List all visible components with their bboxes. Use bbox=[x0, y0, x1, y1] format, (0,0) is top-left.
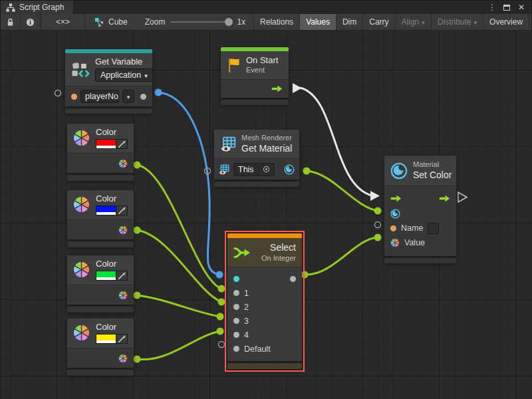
eyedropper-button[interactable] bbox=[116, 205, 128, 215]
object-picker-icon[interactable] bbox=[263, 166, 270, 173]
zoom-slider-handle[interactable] bbox=[225, 18, 233, 26]
close-icon[interactable]: ✕ bbox=[515, 1, 527, 13]
zoom-label: Zoom bbox=[145, 17, 166, 27]
flow-output-arrow-icon[interactable] bbox=[439, 195, 450, 202]
color-output-port[interactable] bbox=[118, 354, 128, 363]
maximize-icon[interactable] bbox=[501, 1, 513, 13]
wire-getmaterial-to-setcolor[interactable] bbox=[307, 171, 378, 211]
alpha-strip bbox=[96, 340, 116, 343]
color-output-port[interactable] bbox=[118, 225, 128, 235]
select-option-row[interactable]: 1 bbox=[227, 286, 302, 300]
node-color-yellow[interactable]: Color bbox=[67, 319, 134, 376]
option-port[interactable] bbox=[233, 318, 239, 324]
select-option-row[interactable]: 3 bbox=[227, 314, 302, 328]
node-select[interactable]: Select On Integer 1 2 bbox=[227, 233, 302, 369]
node-on-start[interactable]: On Start Event bbox=[221, 47, 289, 105]
select-option-row[interactable]: 4 bbox=[227, 328, 302, 342]
option-port[interactable] bbox=[233, 304, 239, 310]
node-footer bbox=[384, 258, 456, 263]
edit-source-button[interactable]: <×> bbox=[41, 14, 85, 30]
toolbar-button-align[interactable]: Align ▾ bbox=[396, 14, 432, 30]
node-footer bbox=[67, 307, 134, 313]
graph-reference[interactable]: Cube bbox=[85, 14, 137, 30]
chevron-down-icon: ▾ bbox=[127, 94, 130, 100]
node-title: Color bbox=[96, 127, 128, 138]
node-footer bbox=[214, 182, 299, 187]
color-output-port[interactable] bbox=[118, 291, 128, 300]
color-swatch[interactable] bbox=[96, 334, 116, 344]
eyedropper-button[interactable] bbox=[116, 139, 128, 149]
name-input[interactable] bbox=[428, 223, 439, 234]
toolbar-button-fullscreen[interactable]: Full Screen bbox=[529, 14, 532, 30]
color-output-port[interactable] bbox=[118, 159, 128, 168]
name-input-port[interactable] bbox=[390, 225, 396, 231]
wire-color4-to-select[interactable] bbox=[137, 331, 220, 360]
button-label: Distribute bbox=[438, 17, 471, 27]
inspect-button[interactable] bbox=[21, 14, 41, 30]
selector-input-port[interactable] bbox=[233, 276, 239, 282]
option-port[interactable] bbox=[233, 290, 239, 296]
node-set-color[interactable]: Material Set Color Name bbox=[384, 156, 456, 263]
value-input-port[interactable] bbox=[390, 238, 400, 247]
toolbar-button-carry[interactable]: Carry bbox=[363, 14, 395, 30]
wire-onstart-to-setcolor[interactable] bbox=[300, 88, 372, 196]
flow-input-arrow-icon[interactable] bbox=[390, 195, 402, 202]
select-option-row[interactable]: 2 bbox=[227, 300, 302, 314]
toolbar-button-values[interactable]: Values bbox=[300, 14, 336, 30]
option-port[interactable] bbox=[233, 346, 239, 352]
select-option-row[interactable]: Default bbox=[227, 342, 302, 356]
eyedropper-button[interactable] bbox=[116, 334, 128, 344]
renderer-target-port[interactable] bbox=[219, 164, 229, 175]
info-icon bbox=[26, 18, 35, 27]
node-get-material[interactable]: Mesh Renderer Get Material This bbox=[214, 130, 299, 187]
lock-button[interactable] bbox=[1, 14, 21, 30]
zoom-control: Zoom 1x bbox=[137, 14, 254, 30]
node-title: Set Color bbox=[413, 170, 452, 182]
button-label: Align bbox=[402, 17, 420, 27]
node-title: Color bbox=[96, 259, 128, 269]
wire-color2-to-select[interactable] bbox=[137, 230, 221, 302]
color-wheel-icon bbox=[72, 129, 90, 147]
variable-name-port[interactable] bbox=[71, 94, 77, 100]
toolbar-button-distribute[interactable]: Distribute ▾ bbox=[432, 14, 483, 30]
node-color-green[interactable]: Color bbox=[67, 255, 134, 313]
tab-title: Script Graph bbox=[19, 3, 64, 12]
node-color-red[interactable]: Color bbox=[67, 124, 134, 181]
wire-select-to-value[interactable] bbox=[305, 237, 378, 275]
color-swatch[interactable] bbox=[96, 271, 116, 281]
wire-color1-to-select[interactable] bbox=[137, 165, 221, 289]
target-value: This bbox=[238, 165, 254, 174]
variable-dropdown-button[interactable]: ▾ bbox=[122, 90, 134, 103]
wire-color3-to-select[interactable] bbox=[137, 295, 220, 317]
node-subtitle: Material bbox=[413, 160, 452, 170]
toolbar-button-dim[interactable]: Dim bbox=[336, 14, 363, 30]
variable-scope-dropdown[interactable]: Application ▾ bbox=[95, 68, 152, 82]
toolbar-button-relations[interactable]: Relations bbox=[254, 14, 300, 30]
variable-name-input[interactable]: playerNo bbox=[80, 90, 119, 103]
graph-canvas[interactable]: Get Variable Application ▾ playerNo ▾ bbox=[1, 31, 532, 399]
tab-script-graph[interactable]: Script Graph bbox=[1, 1, 74, 14]
node-footer bbox=[67, 241, 134, 247]
color-swatch[interactable] bbox=[96, 139, 116, 149]
wire-playerno-to-select[interactable] bbox=[158, 92, 219, 275]
select-output-port[interactable] bbox=[290, 276, 296, 282]
toolbar: <×> Cube Zoom 1x Relations Values Dim Ca… bbox=[1, 14, 531, 31]
eyedropper-icon bbox=[118, 335, 126, 343]
material-output-port[interactable] bbox=[284, 164, 295, 175]
node-color-blue[interactable]: Color bbox=[67, 190, 134, 247]
color-swatch[interactable] bbox=[96, 205, 116, 215]
node-get-variable[interactable]: Get Variable Application ▾ playerNo ▾ bbox=[65, 49, 152, 114]
window-menu-icon[interactable]: ⋮ bbox=[486, 1, 498, 13]
variable-output-port[interactable] bbox=[140, 94, 146, 100]
eyedropper-button[interactable] bbox=[116, 271, 128, 281]
target-input[interactable]: This bbox=[233, 163, 275, 176]
flow-output-arrow-icon[interactable] bbox=[271, 85, 283, 92]
node-title: Color bbox=[96, 194, 128, 204]
node-title: Get Material bbox=[241, 143, 292, 155]
material-input-port[interactable] bbox=[390, 209, 400, 219]
node-title: Select bbox=[261, 242, 296, 254]
option-port[interactable] bbox=[233, 332, 239, 338]
zoom-slider[interactable] bbox=[170, 21, 231, 23]
graph-reference-label: Cube bbox=[108, 17, 128, 27]
toolbar-button-overview[interactable]: Overview bbox=[483, 14, 529, 30]
